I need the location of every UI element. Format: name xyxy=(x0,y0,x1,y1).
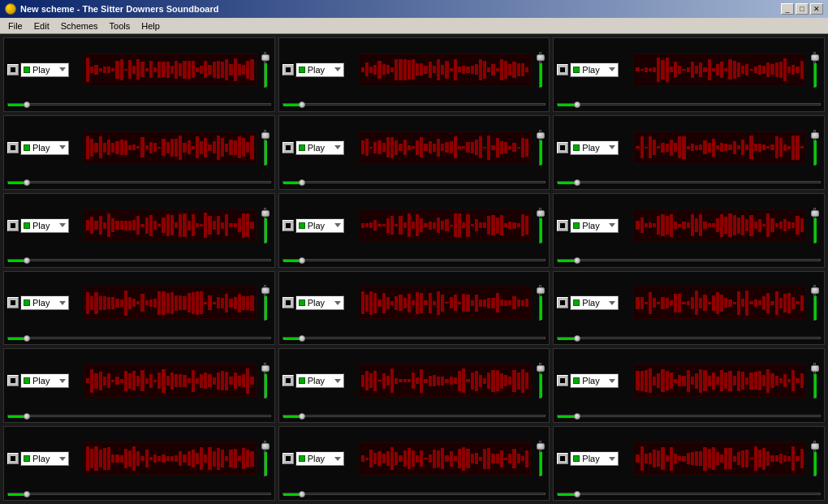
play-dropdown-7[interactable]: Play xyxy=(20,218,69,233)
position-thumb[interactable] xyxy=(24,413,30,420)
volume-slider-7[interactable] xyxy=(260,208,271,243)
volume-slider-12[interactable] xyxy=(809,285,821,321)
stop-button-7[interactable] xyxy=(7,220,19,231)
position-slider-3[interactable] xyxy=(557,101,821,108)
volume-thumb[interactable] xyxy=(811,365,819,372)
menu-file[interactable]: File xyxy=(3,19,28,32)
play-dropdown-15[interactable]: Play xyxy=(570,373,619,388)
play-dropdown-18[interactable]: Play xyxy=(570,451,619,466)
position-slider-8[interactable] xyxy=(282,257,546,264)
position-thumb[interactable] xyxy=(299,491,305,498)
volume-thumb[interactable] xyxy=(261,365,270,372)
menu-schemes[interactable]: Schemes xyxy=(56,19,103,32)
position-thumb[interactable] xyxy=(24,101,30,108)
volume-thumb[interactable] xyxy=(811,210,819,217)
volume-slider-8[interactable] xyxy=(534,208,546,243)
volume-thumb[interactable] xyxy=(261,54,270,61)
volume-slider-10[interactable] xyxy=(260,285,271,321)
volume-slider-16[interactable] xyxy=(260,441,271,476)
play-dropdown-17[interactable]: Play xyxy=(295,451,344,466)
position-slider-18[interactable] xyxy=(557,490,821,497)
position-thumb[interactable] xyxy=(299,335,305,342)
position-slider-5[interactable] xyxy=(282,179,546,186)
volume-slider-3[interactable] xyxy=(809,52,821,88)
position-thumb[interactable] xyxy=(24,335,30,342)
volume-slider-9[interactable] xyxy=(809,208,821,243)
volume-slider-2[interactable] xyxy=(534,52,546,88)
position-slider-4[interactable] xyxy=(7,179,271,186)
volume-slider-11[interactable] xyxy=(534,285,546,321)
maximize-button[interactable]: □ xyxy=(796,3,809,15)
volume-thumb[interactable] xyxy=(537,54,545,61)
position-slider-15[interactable] xyxy=(557,412,821,419)
volume-thumb[interactable] xyxy=(537,365,545,372)
position-thumb[interactable] xyxy=(574,491,580,498)
stop-button-5[interactable] xyxy=(282,142,294,153)
play-dropdown-2[interactable]: Play xyxy=(295,62,344,77)
position-slider-10[interactable] xyxy=(7,334,271,341)
stop-button-8[interactable] xyxy=(282,220,294,231)
play-dropdown-5[interactable]: Play xyxy=(295,140,344,155)
play-dropdown-8[interactable]: Play xyxy=(295,218,344,233)
volume-thumb[interactable] xyxy=(811,54,819,61)
position-slider-1[interactable] xyxy=(7,101,271,108)
stop-button-6[interactable] xyxy=(557,142,568,153)
play-dropdown-14[interactable]: Play xyxy=(295,373,344,388)
position-thumb[interactable] xyxy=(574,413,580,420)
position-slider-12[interactable] xyxy=(557,334,821,341)
play-dropdown-10[interactable]: Play xyxy=(20,295,69,310)
position-thumb[interactable] xyxy=(24,179,30,186)
position-thumb[interactable] xyxy=(299,179,305,186)
stop-button-15[interactable] xyxy=(557,375,568,386)
position-thumb[interactable] xyxy=(299,413,305,420)
volume-thumb[interactable] xyxy=(261,287,270,294)
play-dropdown-11[interactable]: Play xyxy=(295,295,344,310)
position-thumb[interactable] xyxy=(574,335,580,342)
position-thumb[interactable] xyxy=(299,257,305,264)
stop-button-18[interactable] xyxy=(557,453,568,464)
play-dropdown-1[interactable]: Play xyxy=(20,62,69,77)
position-slider-6[interactable] xyxy=(557,179,821,186)
position-slider-13[interactable] xyxy=(7,412,271,419)
volume-slider-1[interactable] xyxy=(260,52,271,88)
volume-thumb[interactable] xyxy=(537,443,545,450)
play-dropdown-4[interactable]: Play xyxy=(20,140,69,155)
volume-slider-4[interactable] xyxy=(260,130,271,166)
volume-thumb[interactable] xyxy=(537,287,545,294)
stop-button-3[interactable] xyxy=(557,64,568,75)
volume-thumb[interactable] xyxy=(537,132,545,139)
stop-button-2[interactable] xyxy=(282,64,294,75)
stop-button-17[interactable] xyxy=(282,453,294,464)
minimize-button[interactable]: _ xyxy=(781,3,794,15)
position-slider-11[interactable] xyxy=(282,334,546,341)
position-slider-14[interactable] xyxy=(282,412,546,419)
position-slider-17[interactable] xyxy=(282,490,546,497)
position-thumb[interactable] xyxy=(574,179,580,186)
menu-edit[interactable]: Edit xyxy=(29,19,54,32)
stop-button-13[interactable] xyxy=(7,375,19,386)
volume-slider-15[interactable] xyxy=(809,363,821,398)
position-slider-2[interactable] xyxy=(282,101,546,108)
stop-button-4[interactable] xyxy=(7,142,19,153)
volume-thumb[interactable] xyxy=(811,287,819,294)
position-thumb[interactable] xyxy=(24,257,30,264)
position-thumb[interactable] xyxy=(299,101,305,108)
stop-button-11[interactable] xyxy=(282,297,294,308)
play-dropdown-9[interactable]: Play xyxy=(570,218,619,233)
volume-thumb[interactable] xyxy=(261,443,270,450)
position-thumb[interactable] xyxy=(24,491,30,498)
play-dropdown-12[interactable]: Play xyxy=(570,295,619,310)
position-slider-9[interactable] xyxy=(557,257,821,264)
play-dropdown-16[interactable]: Play xyxy=(20,451,69,466)
stop-button-16[interactable] xyxy=(7,453,19,464)
position-slider-16[interactable] xyxy=(7,490,271,497)
volume-slider-6[interactable] xyxy=(809,130,821,166)
close-button[interactable]: ✕ xyxy=(810,3,823,15)
stop-button-1[interactable] xyxy=(7,64,19,75)
volume-thumb[interactable] xyxy=(811,443,819,450)
volume-slider-13[interactable] xyxy=(260,363,271,398)
position-thumb[interactable] xyxy=(574,101,580,108)
volume-thumb[interactable] xyxy=(537,210,545,217)
volume-thumb[interactable] xyxy=(261,210,270,217)
volume-slider-17[interactable] xyxy=(534,441,546,476)
